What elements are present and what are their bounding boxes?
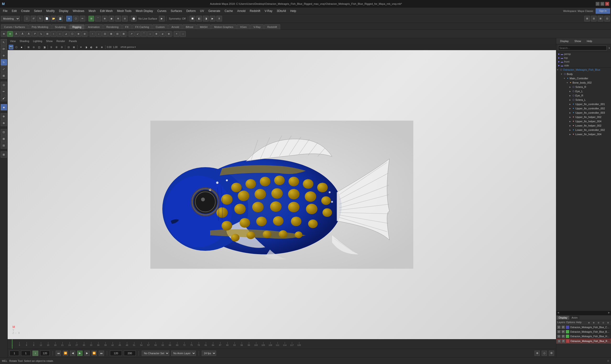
viewport-show-menu[interactable]: Show <box>45 39 54 43</box>
node-upper-fin-ctrl-001[interactable]: ▶ ✦ Upper_fin_controller_001 <box>556 102 611 106</box>
panel-collapse-left[interactable]: ◀ <box>557 311 559 314</box>
vp-hdr-icon[interactable]: ⊕ <box>99 45 104 50</box>
toolbar-paint[interactable]: ✏ <box>80 16 85 22</box>
layer-p-2[interactable]: P <box>561 335 565 338</box>
menu-mesh-tools[interactable]: Mesh Tools <box>115 9 133 13</box>
shelf-icon-25[interactable]: ⊕ <box>153 31 159 37</box>
vp-solid-icon[interactable]: ■ <box>19 45 24 50</box>
expand-upper-fin-ctrl-003[interactable]: ▶ <box>569 111 571 114</box>
menu-display[interactable]: Display <box>57 9 70 13</box>
outliner-search-input[interactable] <box>558 46 607 50</box>
menu-deform[interactable]: Deform <box>184 9 197 13</box>
range-start-input[interactable] <box>110 351 122 356</box>
workspace-icon-2[interactable]: ⊟ <box>591 16 597 22</box>
vp-ao-icon[interactable]: ◐ <box>89 45 94 50</box>
shelf-icon-17[interactable]: ⊡ <box>102 31 108 37</box>
node-eye-l[interactable]: ▶ ⬡ Eye_L <box>556 89 611 93</box>
expand-body[interactable]: ▼ <box>560 73 563 76</box>
tab-sculpting[interactable]: Sculpting <box>52 24 69 29</box>
layer-tab-anim[interactable]: Anim <box>570 316 579 320</box>
menu-modify[interactable]: Modify <box>44 9 56 13</box>
vp-grid-icon[interactable]: ⊞ <box>26 45 31 50</box>
tab-fx[interactable]: FX <box>122 24 132 29</box>
tab-fx-caching[interactable]: FX Caching <box>132 24 152 29</box>
tab-redshift[interactable]: Redshift <box>264 24 280 29</box>
keyframe-btn[interactable]: ◇ <box>542 351 547 356</box>
toolbar-icon-new[interactable]: 📄 <box>44 16 50 22</box>
anim-layer-selector[interactable]: No Anim Layer <box>171 351 196 356</box>
timeline[interactable]: 1 3 6 9 12 <box>8 339 556 349</box>
step-forward-btn[interactable]: ⏩ <box>92 351 97 356</box>
quick-layout-2[interactable]: ⊠ <box>1 136 7 142</box>
menu-surfaces[interactable]: Surfaces <box>169 9 184 13</box>
toolbar-icon-open[interactable]: 📂 <box>51 16 56 22</box>
vp-xray-icon[interactable]: ◫ <box>37 45 41 50</box>
tab-animation[interactable]: Animation <box>85 24 103 29</box>
expand-sclera-r[interactable]: ▶ <box>569 86 571 88</box>
tab-rigging[interactable]: Rigging <box>69 24 84 29</box>
camera-front[interactable]: ▶ ▬ front <box>556 60 611 64</box>
snap-tool-2[interactable]: ⊗ <box>1 120 7 126</box>
snap-tool-1[interactable]: ⊕ <box>1 113 7 119</box>
layer-p-3[interactable]: P <box>562 339 565 343</box>
universal-manipulator[interactable]: ⊞ <box>1 73 7 79</box>
quick-layout-4[interactable]: ⊞ <box>1 151 7 158</box>
menu-redshift[interactable]: Redshift <box>248 9 262 13</box>
layer-v-0[interactable]: V <box>557 325 561 329</box>
menu-generate[interactable]: Generate <box>206 9 222 13</box>
layer-icon-1[interactable]: ⊕ <box>587 321 591 325</box>
node-sclera-r[interactable]: ▶ ⬡ Sclera_R <box>556 85 611 89</box>
auto-keyframe-btn[interactable]: ⊕ <box>534 351 540 356</box>
layer-v-3[interactable]: V <box>557 339 561 343</box>
character-set-selector[interactable]: No Character Set <box>142 351 169 356</box>
shelf-icon-20[interactable]: ⊞ <box>121 31 126 37</box>
menu-windows[interactable]: Windows <box>71 9 86 13</box>
sign-in-button[interactable]: Sign In <box>596 8 610 14</box>
rotate-tool[interactable]: ↻ <box>1 59 7 65</box>
layer-options-menu[interactable]: Options <box>566 321 575 325</box>
layer-help-menu[interactable]: Help <box>576 321 582 325</box>
fps-selector[interactable]: 24 fps 30 fps <box>202 351 216 356</box>
close-button[interactable]: ✕ <box>605 2 609 6</box>
layer-v-2[interactable]: V <box>557 335 561 338</box>
shelf-icon-2[interactable]: ⊛ <box>7 31 13 37</box>
shelf-icon-10[interactable]: ↔ <box>57 31 63 37</box>
shelf-icon-6[interactable]: ↱ <box>32 31 38 37</box>
expand-lower-fin-helper-004[interactable]: ▶ <box>569 133 571 136</box>
camera-top[interactable]: ▶ ▬ top <box>556 56 611 60</box>
minimize-button[interactable]: ─ <box>596 2 599 6</box>
shelf-icon-9[interactable]: ↕ <box>51 31 56 37</box>
node-lower-fin-ctrl-002[interactable]: ▶ ✦ Lower_fin_controller_002 <box>556 128 611 132</box>
layer-row-1[interactable]: V P Ostracion_Meleagris_Fish_Blue_Bones <box>556 330 611 334</box>
vp-shadow-icon[interactable]: ◑ <box>84 45 88 50</box>
expand-lower-fin-ctrl-002[interactable]: ▶ <box>569 129 571 131</box>
menu-select[interactable]: Select <box>32 9 44 13</box>
lasso-tool[interactable]: ⟳ <box>1 46 7 52</box>
expand-main-ctrl[interactable]: ▼ <box>563 77 566 80</box>
range-end-input[interactable] <box>124 351 136 356</box>
node-upper-fin-helper-002[interactable]: ▶ ✦ Upper_fin_helper_002 <box>556 115 611 119</box>
layer-v-1[interactable]: V <box>557 330 561 333</box>
workspace-icon-4[interactable]: ⊡ <box>604 16 610 22</box>
toolbar-icon-1[interactable]: ⎕ <box>24 16 30 22</box>
node-body[interactable]: ▼ ⬡ Body <box>556 72 611 76</box>
node-upper-fin-ctrl-002[interactable]: ▶ ✦ Upper_fin_controller_002 <box>556 106 611 111</box>
maximize-button[interactable]: □ <box>600 2 604 6</box>
toolbar-render1[interactable]: 🔲 <box>190 16 195 22</box>
viewport-view-menu[interactable]: View <box>9 39 17 43</box>
shelf-icon-12[interactable]: ⬡ <box>69 31 75 37</box>
tab-vray[interactable]: V-Ray <box>250 24 264 29</box>
shelf-icon-5[interactable]: A <box>26 31 32 37</box>
shelf-icon-arrow[interactable]: → <box>180 31 186 37</box>
toolbar-snap-grid[interactable]: ⊞ <box>88 16 94 22</box>
vp-res-1[interactable]: ① <box>49 45 54 50</box>
show-manipulator[interactable]: ◆ <box>1 104 7 110</box>
layer-p-1[interactable]: P <box>561 330 565 333</box>
node-upper-fin-helper-004[interactable]: ▶ ✦ Upper_fin_helper_004 <box>556 119 611 123</box>
play-btn[interactable]: ▶ <box>77 351 82 356</box>
move-tool[interactable]: ✛ <box>1 52 7 59</box>
vp-dof-icon[interactable]: ⊗ <box>94 45 99 50</box>
prev-key-btn[interactable]: ◀ <box>70 351 75 356</box>
node-fish-blue[interactable]: ▼ ⬡ Ostracion_Meleagris_Fish_Blue <box>556 68 611 72</box>
tab-poly-modeling[interactable]: Poly Modeling <box>28 24 51 29</box>
